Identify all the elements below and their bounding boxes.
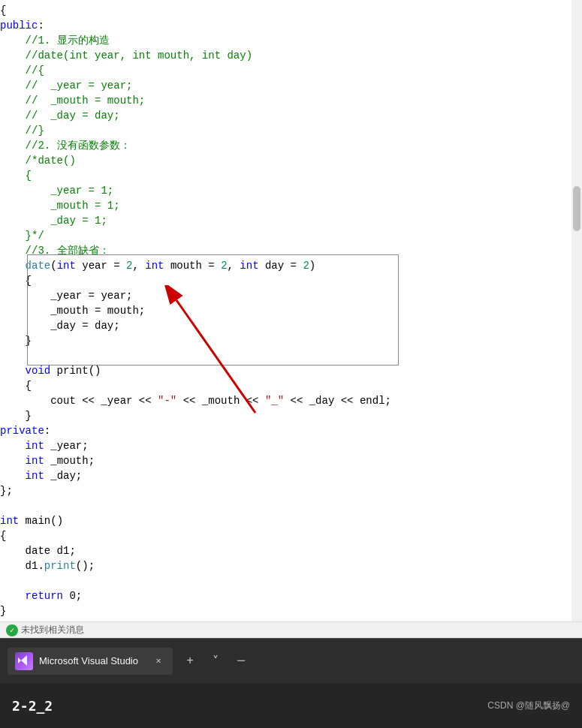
code-token: } xyxy=(0,335,32,347)
code-token: } xyxy=(0,410,32,422)
code-token: //{ xyxy=(0,65,44,77)
line-content: _year = 1; xyxy=(0,183,576,198)
line-content: void print() xyxy=(0,363,576,378)
code-line: // _year = year; xyxy=(0,78,582,93)
code-token: print xyxy=(44,560,76,572)
code-token: //2. 没有函数参数： xyxy=(0,140,131,152)
line-content: { xyxy=(0,273,576,288)
code-token: date xyxy=(26,260,51,272)
code-line: int _mouth; xyxy=(0,453,582,468)
code-token: //} xyxy=(0,125,44,137)
code-line: _year = year; xyxy=(0,288,582,303)
code-token: } xyxy=(0,605,6,617)
output-value: 2-2_2 xyxy=(12,698,53,714)
code-token: //date(int year, int mouth, int day) xyxy=(0,50,252,62)
code-token: _day = day; xyxy=(0,320,120,332)
code-token xyxy=(0,260,26,272)
code-token: { xyxy=(0,530,6,542)
code-token xyxy=(0,440,26,452)
line-content: { xyxy=(0,3,576,18)
code-token: "_" xyxy=(265,395,284,407)
line-content: //2. 没有函数参数： xyxy=(0,138,576,153)
code-token: print() xyxy=(50,365,101,377)
line-content: }; xyxy=(0,483,576,498)
scrollbar[interactable] xyxy=(571,0,582,621)
code-token: date d1; xyxy=(0,545,76,557)
info-text: 未找到相关消息 xyxy=(21,624,84,636)
code-token: << _mouth << xyxy=(176,395,265,407)
line-content: int _year; xyxy=(0,438,576,453)
code-token: "-" xyxy=(158,395,176,407)
code-token: /*date() xyxy=(0,155,76,167)
code-line: date d1; xyxy=(0,543,582,558)
line-content: // _mouth = mouth; xyxy=(0,93,576,108)
code-line: cout << _year << "-" << _mouth << "_" <<… xyxy=(0,393,582,408)
code-token: , xyxy=(132,260,145,272)
code-token: ) xyxy=(309,260,315,272)
code-line: { xyxy=(0,528,582,543)
line-content: { xyxy=(0,168,576,183)
code-line: _mouth = mouth; xyxy=(0,303,582,318)
code-line: { xyxy=(0,168,582,183)
code-line: date(int year = 2, int mouth = 2, int da… xyxy=(0,258,582,273)
code-line: //1. 显示的构造 xyxy=(0,33,582,48)
code-line: // _mouth = mouth; xyxy=(0,93,582,108)
scroll-thumb[interactable] xyxy=(573,186,580,231)
code-token: return xyxy=(26,590,63,602)
minimize-button[interactable]: ─ xyxy=(230,650,252,672)
add-tab-button[interactable]: + xyxy=(179,650,201,672)
code-token: //1. 显示的构造 xyxy=(0,35,110,47)
line-content: _day = 1; xyxy=(0,213,576,228)
line-content: d1.print(); xyxy=(0,558,576,573)
code-line: }; xyxy=(0,483,582,498)
code-token: , xyxy=(228,260,240,272)
line-content: //3. 全部缺省： xyxy=(0,243,576,258)
code-token: _mouth = mouth; xyxy=(0,305,145,317)
line-content xyxy=(0,573,576,588)
code-token: _mouth; xyxy=(44,455,95,467)
code-line: /*date() xyxy=(0,153,582,168)
line-content xyxy=(0,498,576,513)
line-content: //{ xyxy=(0,63,576,78)
code-token: main() xyxy=(19,515,63,527)
code-token: 0; xyxy=(63,590,82,602)
code-token: _year = 1; xyxy=(0,185,113,197)
code-line: //} xyxy=(0,123,582,138)
code-line: //{ xyxy=(0,63,582,78)
code-line: } xyxy=(0,603,582,618)
line-content: date(int year = 2, int mouth = 2, int da… xyxy=(0,258,576,273)
line-content: int main() xyxy=(0,513,576,528)
code-token: : xyxy=(38,20,44,32)
code-token: // _day = day; xyxy=(0,110,120,122)
csdn-label: CSDN @随风飘扬@ xyxy=(487,699,570,712)
line-content: { xyxy=(0,378,576,393)
code-line xyxy=(0,573,582,588)
code-token xyxy=(0,455,26,467)
code-line: return 0; xyxy=(0,588,582,603)
line-content: cout << _year << "-" << _mouth << "_" <<… xyxy=(0,393,576,408)
code-token: int xyxy=(26,470,44,482)
chevron-button[interactable]: ˅ xyxy=(204,650,227,672)
code-token: int xyxy=(145,260,164,272)
code-token: }; xyxy=(0,485,13,497)
taskbar-top: Microsoft Visual Studio ✕ + ˅ ─ xyxy=(0,638,582,683)
code-token: { xyxy=(0,275,32,287)
code-token: _day = 1; xyxy=(0,215,107,227)
line-content: //} xyxy=(0,123,576,138)
code-token: int xyxy=(26,455,44,467)
app-close-button[interactable]: ✕ xyxy=(152,654,165,668)
code-token: day = xyxy=(259,260,303,272)
code-token: int xyxy=(57,260,76,272)
code-line: //date(int year, int mouth, int day) xyxy=(0,48,582,63)
code-line: }*/ xyxy=(0,228,582,243)
taskbar-app-item[interactable]: Microsoft Visual Studio ✕ xyxy=(8,648,173,675)
code-token: 2 xyxy=(221,260,227,272)
line-content: //date(int year, int mouth, int day) xyxy=(0,48,576,63)
code-line: { xyxy=(0,3,582,18)
code-token: }*/ xyxy=(0,230,44,242)
taskbar-bottom: 2-2_2 CSDN @随风飘扬@ xyxy=(0,683,582,728)
code-line: d1.print(); xyxy=(0,558,582,573)
line-content: _year = year; xyxy=(0,288,576,303)
app-label: Microsoft Visual Studio xyxy=(39,655,138,666)
code-token xyxy=(0,590,26,602)
